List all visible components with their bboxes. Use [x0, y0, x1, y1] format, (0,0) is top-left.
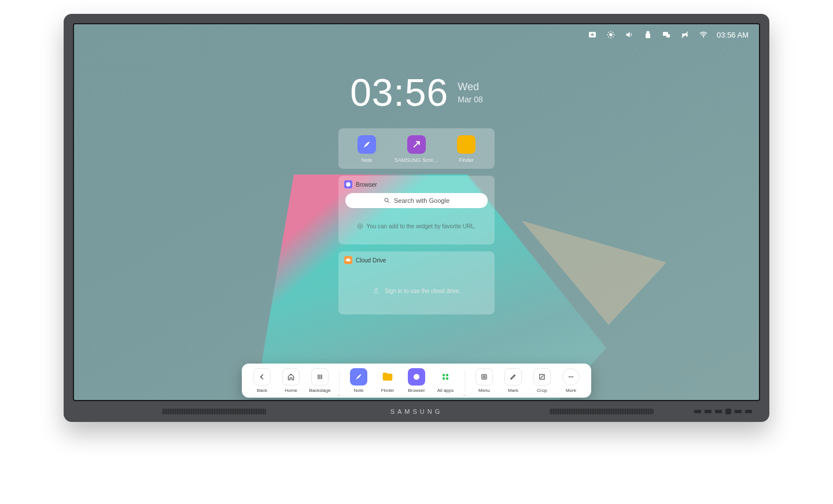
clock-widget: 03:56 Wed Mar 08 — [74, 71, 759, 114]
svg-point-30 — [570, 376, 572, 377]
app-note[interactable]: Note — [344, 135, 390, 163]
device-frame: 03:56 AM 03:56 Wed Mar 08 Note — [64, 14, 769, 422]
chevron-down-icon[interactable]: ⌄ — [337, 391, 341, 397]
svg-point-26 — [446, 377, 449, 380]
dock-menu[interactable]: Menu — [472, 368, 496, 393]
crop-icon — [533, 368, 551, 386]
menu-icon — [476, 368, 493, 386]
pencil-icon — [504, 368, 522, 386]
speaker-grille — [162, 409, 266, 414]
plus-circle-icon — [357, 223, 363, 229]
svg-point-29 — [569, 376, 570, 377]
brand-logo: SAMSUNG — [390, 408, 443, 415]
svg-rect-0 — [589, 32, 596, 37]
swap-icon[interactable] — [587, 30, 598, 39]
screen: 03:56 AM 03:56 Wed Mar 08 Note — [73, 23, 760, 401]
recents-icon — [311, 368, 329, 386]
screen-share-icon[interactable] — [661, 30, 672, 39]
home-icon — [282, 368, 300, 386]
svg-rect-10 — [646, 31, 649, 34]
user-icon — [373, 287, 380, 295]
wifi-icon[interactable] — [698, 30, 709, 39]
dock-backstage[interactable]: Backstage — [308, 368, 332, 393]
cloud-drive-card: Cloud Drive Sign in to use the cloud dri… — [338, 251, 495, 314]
io-ports — [694, 409, 752, 414]
svg-line-18 — [388, 202, 390, 203]
svg-point-23 — [443, 374, 445, 377]
svg-point-24 — [446, 374, 449, 377]
dock-browser[interactable]: Browser — [404, 368, 429, 393]
svg-point-17 — [385, 198, 388, 202]
browser-card: Browser Search with Google You can add t… — [338, 176, 495, 244]
more-icon — [562, 368, 580, 386]
search-icon — [384, 197, 390, 204]
folder-icon — [457, 135, 476, 154]
svg-point-15 — [703, 36, 704, 38]
cloud-signin-prompt[interactable]: Sign in to use the cloud drive. — [338, 269, 495, 314]
volume-icon[interactable] — [624, 30, 635, 39]
browser-hint: You can add to the widget by favorite UR… — [338, 215, 495, 242]
clock-time: 03:56 — [350, 71, 448, 114]
screen-share-icon — [407, 135, 426, 154]
folder-icon — [379, 368, 396, 386]
dock-back[interactable]: Back — [250, 368, 274, 393]
svg-point-16 — [346, 182, 351, 187]
quick-apps-card: Note SAMSUNG Screen... Finder — [338, 128, 495, 169]
dock-separator: ⌄ — [465, 370, 465, 391]
svg-line-7 — [613, 36, 613, 37]
dock-finder[interactable]: Finder — [375, 368, 400, 393]
clock-day-of-week: Wed — [458, 80, 483, 94]
svg-rect-11 — [646, 34, 650, 38]
svg-line-8 — [608, 36, 609, 37]
dock-note[interactable]: Note — [347, 368, 371, 393]
apps-grid-icon — [437, 368, 454, 386]
svg-point-20 — [375, 288, 377, 291]
speaker-grille — [550, 409, 654, 414]
svg-point-1 — [609, 33, 612, 36]
dock-all-apps[interactable]: All apps — [433, 368, 458, 393]
dock-separator: ⌄ — [339, 370, 340, 391]
chevron-down-icon[interactable]: ⌄ — [462, 391, 467, 397]
status-time[interactable]: 03:56 AM — [717, 31, 749, 39]
svg-point-31 — [572, 376, 573, 377]
dock: Back Home Backstage ⌄ Note Finder — [242, 364, 591, 398]
device-bottom-strip: SAMSUNG — [64, 401, 769, 422]
card-title: Cloud Drive — [356, 257, 386, 264]
clock-date: Mar 08 — [458, 94, 483, 105]
status-bar: 03:56 AM — [587, 30, 749, 39]
dock-home[interactable]: Home — [279, 368, 303, 393]
browser-icon — [408, 368, 425, 386]
app-label: SAMSUNG Screen... — [395, 157, 438, 163]
browser-search[interactable]: Search with Google — [345, 193, 488, 208]
cloud-icon — [344, 256, 352, 264]
app-samsung-screen[interactable]: SAMSUNG Screen... — [393, 135, 440, 163]
dock-mark[interactable]: Mark — [501, 368, 525, 393]
usb-icon[interactable] — [643, 30, 653, 39]
search-placeholder: Search with Google — [394, 197, 449, 204]
app-label: Note — [361, 157, 372, 163]
svg-point-25 — [443, 377, 445, 380]
back-icon — [253, 368, 271, 386]
svg-line-6 — [608, 32, 609, 32]
brightness-icon[interactable] — [606, 30, 616, 39]
ethernet-off-icon[interactable] — [680, 30, 690, 39]
app-finder[interactable]: Finder — [443, 135, 489, 163]
note-icon — [357, 135, 376, 154]
svg-rect-13 — [666, 34, 670, 37]
app-label: Finder — [459, 157, 474, 163]
dock-more[interactable]: More — [559, 368, 583, 393]
dock-crop[interactable]: Crop — [530, 368, 554, 393]
card-title: Browser — [356, 181, 377, 188]
browser-icon — [344, 180, 352, 188]
note-icon — [350, 368, 367, 386]
svg-line-9 — [613, 32, 613, 32]
